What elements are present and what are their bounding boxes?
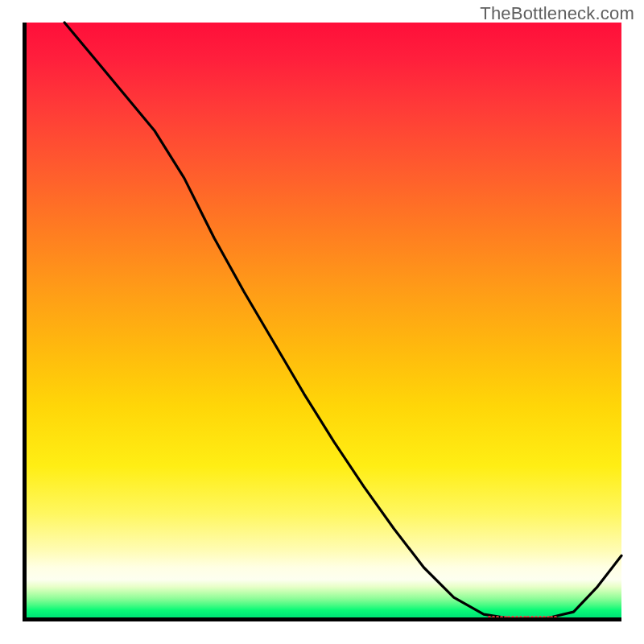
y-axis-line (23, 23, 27, 621)
x-axis-line (23, 617, 621, 621)
watermark-text: TheBottleneck.com (480, 3, 634, 24)
chart-line-layer (23, 23, 621, 621)
bottleneck-curve-line (64, 23, 621, 619)
chart-plot-area (23, 23, 621, 621)
